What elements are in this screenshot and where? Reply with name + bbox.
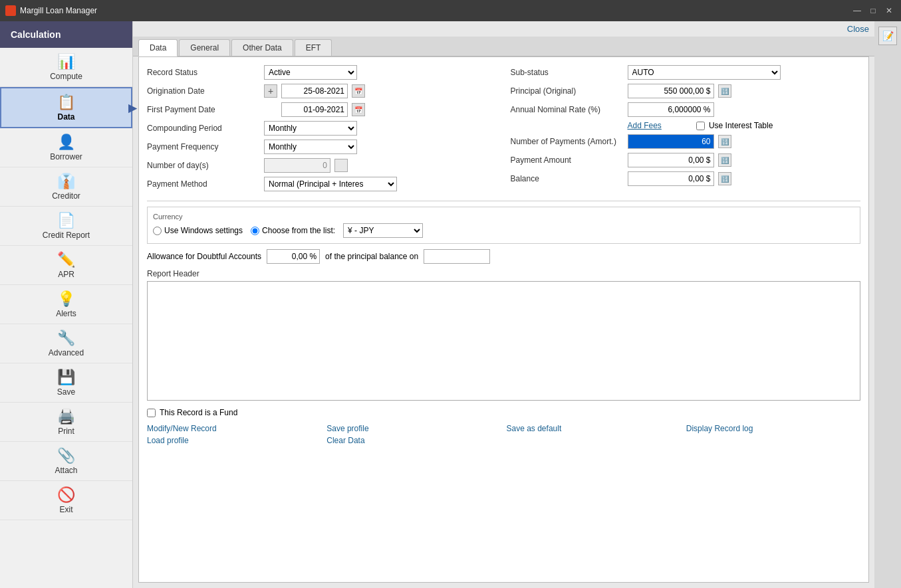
principal-input[interactable]: [628, 84, 714, 98]
sidebar-header: Calculation: [0, 21, 132, 48]
tab-eft[interactable]: EFT: [295, 39, 332, 56]
load-profile-link[interactable]: Load profile: [147, 436, 321, 445]
sidebar-item-attach[interactable]: 📎 Attach: [0, 442, 132, 481]
add-fees-link[interactable]: Add Fees: [628, 121, 662, 130]
clear-data-link[interactable]: Clear Data: [326, 436, 501, 445]
note-icon[interactable]: 📝: [878, 27, 897, 45]
num-payments-label: Number of Payments (Amort.): [511, 137, 624, 146]
choose-from-list-radio[interactable]: Choose from the list:: [251, 226, 335, 235]
payment-amount-input[interactable]: [628, 153, 714, 167]
tab-other-data[interactable]: Other Data: [231, 39, 293, 56]
sidebar-label-borrower: Borrower: [50, 152, 82, 161]
currency-select[interactable]: ¥ - JPY $ - USD € - EUR £ - GBP: [343, 223, 423, 238]
origination-date-label: Origination Date: [147, 86, 260, 96]
origination-cal-btn[interactable]: 📅: [352, 84, 365, 98]
compounding-period-select[interactable]: Monthly Daily Weekly Yearly: [264, 121, 357, 136]
report-header-textarea[interactable]: [147, 281, 860, 401]
sidebar-item-creditor[interactable]: 👔 Creditor: [0, 167, 132, 207]
content-area: Close DataGeneralOther DataEFT Record St…: [133, 21, 874, 588]
borrower-icon: 👤: [57, 134, 75, 151]
balance-input[interactable]: [628, 171, 714, 186]
choose-from-list-radio-input[interactable]: [251, 227, 259, 235]
data-icon: 📋: [57, 94, 75, 111]
use-interest-table-checkbox[interactable]: [696, 122, 705, 130]
sidebar-label-apr: APR: [58, 270, 74, 279]
active-arrow: ▶: [128, 102, 136, 114]
sidebar-item-apr[interactable]: ✏️ APR: [0, 246, 132, 285]
first-payment-date-label: First Payment Date: [147, 105, 260, 114]
origination-date-input[interactable]: 25-08-2021: [281, 84, 348, 98]
tab-data[interactable]: Data: [138, 39, 178, 56]
credit-report-icon: 📄: [57, 212, 75, 229]
sidebar-item-print[interactable]: 🖨️ Print: [0, 403, 132, 442]
sidebar-label-creditor: Creditor: [52, 191, 80, 201]
sidebar-label-alerts: Alerts: [56, 309, 76, 318]
record-status-select[interactable]: Active Inactive Closed: [264, 65, 357, 80]
sidebar-item-save[interactable]: 💾 Save: [0, 363, 132, 403]
creditor-icon: 👔: [57, 173, 75, 190]
first-payment-cal-btn[interactable]: 📅: [352, 103, 365, 116]
sidebar-label-advanced: Advanced: [49, 348, 84, 357]
payment-method-select[interactable]: Normal (Principal + Interes Interest Onl…: [264, 177, 397, 191]
use-windows-settings-radio[interactable]: Use Windows settings: [153, 226, 243, 235]
of-principal-date-input[interactable]: [424, 249, 490, 264]
save-default-link[interactable]: Save as default: [507, 424, 681, 433]
sidebar-label-attach: Attach: [55, 466, 77, 475]
advanced-icon: 🔧: [57, 330, 75, 347]
sidebar-item-alerts[interactable]: 💡 Alerts: [0, 285, 132, 324]
num-payments-input[interactable]: [628, 134, 714, 149]
save-profile-link[interactable]: Save profile: [326, 424, 501, 433]
payment-amount-calc-btn[interactable]: 🔢: [718, 153, 731, 167]
origination-add-btn[interactable]: +: [264, 84, 277, 98]
sidebar-label-compute: Compute: [50, 72, 82, 81]
report-header-section: Report Header: [147, 269, 860, 403]
minimize-button[interactable]: —: [850, 6, 864, 15]
allowance-row: Allowance for Doubtful Accounts of the p…: [147, 249, 860, 264]
title-bar: Margill Loan Manager — □ ✕: [0, 0, 901, 21]
right-panel: 📝: [874, 21, 901, 588]
payment-frequency-label: Payment Frequency: [147, 142, 260, 151]
print-icon: 🖨️: [57, 408, 75, 425]
fund-label: This Record is a Fund: [160, 408, 237, 417]
annual-rate-input[interactable]: [628, 102, 714, 117]
sidebar-item-credit-report[interactable]: 📄 Credit Report: [0, 207, 132, 246]
app-title: Margill Loan Manager: [20, 6, 97, 15]
allowance-input[interactable]: [267, 249, 320, 264]
display-log-link[interactable]: Display Record log: [686, 424, 860, 433]
choose-from-list-label: Choose from the list:: [262, 226, 335, 235]
close-link[interactable]: Close: [847, 24, 869, 34]
sidebar-item-compute[interactable]: 📊 Compute: [0, 48, 132, 87]
use-windows-settings-label: Use Windows settings: [164, 226, 243, 235]
sidebar-label-exit: Exit: [59, 505, 72, 514]
principal-calc-btn[interactable]: 🔢: [718, 84, 731, 98]
form-panel: Record Status Active Inactive Closed Ori…: [138, 56, 869, 583]
tab-bar: DataGeneralOther DataEFT: [133, 37, 874, 56]
payment-method-label: Payment Method: [147, 179, 260, 189]
num-payments-calc-btn[interactable]: 🔢: [718, 135, 731, 148]
balance-calc-btn[interactable]: 🔢: [718, 172, 731, 185]
modify-new-link[interactable]: Modify/New Record: [147, 424, 321, 433]
num-days-input[interactable]: [264, 158, 330, 173]
window-close-button[interactable]: ✕: [882, 6, 896, 15]
attach-icon: 📎: [57, 447, 75, 464]
sidebar-item-data[interactable]: 📋 Data ▶: [0, 87, 132, 128]
compounding-period-label: Compounding Period: [147, 124, 260, 133]
app-icon: [5, 5, 16, 16]
sidebar-item-advanced[interactable]: 🔧 Advanced: [0, 324, 132, 363]
report-header-label: Report Header: [147, 269, 860, 278]
payment-amount-label: Payment Amount: [511, 155, 624, 165]
fund-row: This Record is a Fund: [147, 408, 860, 417]
num-days-calc-btn[interactable]: [334, 159, 348, 172]
allowance-label: Allowance for Doubtful Accounts: [147, 252, 261, 261]
use-windows-settings-radio-input[interactable]: [153, 227, 162, 235]
sub-status-select[interactable]: AUTO: [628, 65, 781, 80]
payment-frequency-select[interactable]: Monthly Weekly Bi-weekly Yearly: [264, 140, 357, 154]
maximize-button[interactable]: □: [866, 6, 880, 15]
sidebar: Calculation 📊 Compute 📋 Data ▶ 👤 Borrowe…: [0, 21, 133, 588]
sidebar-label-data: Data: [57, 112, 74, 122]
sidebar-item-borrower[interactable]: 👤 Borrower: [0, 128, 132, 167]
tab-general[interactable]: General: [179, 39, 230, 56]
fund-checkbox[interactable]: [147, 409, 156, 417]
first-payment-date-input[interactable]: [281, 102, 348, 117]
sidebar-item-exit[interactable]: 🚫 Exit: [0, 481, 132, 520]
